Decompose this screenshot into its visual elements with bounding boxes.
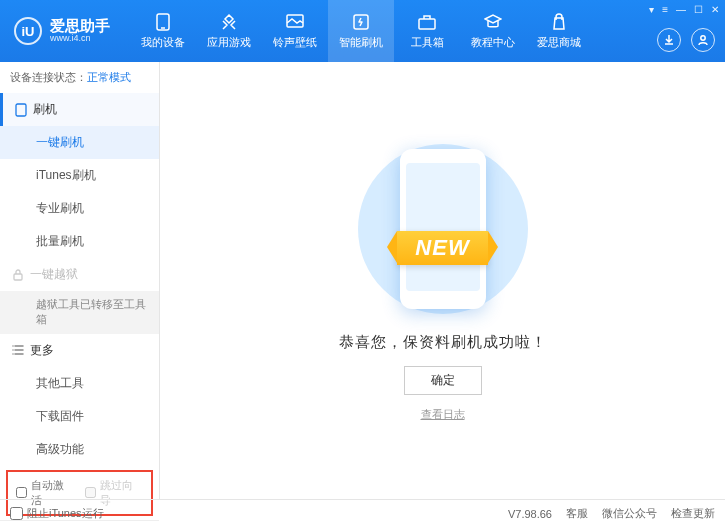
svg-point-5 <box>701 36 705 40</box>
download-button[interactable] <box>657 28 681 52</box>
jailbreak-note: 越狱工具已转移至工具箱 <box>0 291 159 334</box>
sidebar: 设备连接状态：正常模式 刷机 一键刷机 iTunes刷机 专业刷机 批量刷机 一… <box>0 62 160 499</box>
phone-small-icon <box>15 103 27 117</box>
block-itunes-option[interactable]: 阻止iTunes运行 <box>10 506 104 521</box>
window-controls: ▾ ≡ — ☐ ✕ <box>649 4 719 15</box>
footer-link-update[interactable]: 检查更新 <box>671 506 715 521</box>
nav-label: 我的设备 <box>141 35 185 50</box>
nav-ringtones[interactable]: 铃声壁纸 <box>262 0 328 62</box>
toolbox-icon <box>417 13 437 31</box>
skip-guide-checkbox <box>85 487 96 498</box>
menu-icon[interactable]: ▾ <box>649 4 654 15</box>
app-title: 爱思助手 <box>50 18 110 35</box>
success-message: 恭喜您，保资料刷机成功啦！ <box>339 333 547 352</box>
version-label: V7.98.66 <box>508 508 552 520</box>
sidebar-item-pro-flash[interactable]: 专业刷机 <box>0 192 159 225</box>
section-title: 更多 <box>30 342 54 359</box>
lock-icon <box>12 269 24 281</box>
success-illustration: NEW <box>353 139 533 319</box>
nav-tutorials[interactable]: 教程中心 <box>460 0 526 62</box>
nav-label: 应用游戏 <box>207 35 251 50</box>
checkbox-label: 阻止iTunes运行 <box>27 506 104 521</box>
section-jailbreak: 一键越狱 <box>0 258 159 291</box>
new-ribbon: NEW <box>397 231 487 265</box>
footer-link-support[interactable]: 客服 <box>566 506 588 521</box>
main-panel: NEW 恭喜您，保资料刷机成功啦！ 确定 查看日志 <box>160 62 725 499</box>
nav-apps[interactable]: 应用游戏 <box>196 0 262 62</box>
view-log-link[interactable]: 查看日志 <box>421 407 465 422</box>
maximize-icon[interactable]: ☐ <box>694 4 703 15</box>
svg-rect-7 <box>14 274 22 280</box>
phone-illustration-icon <box>400 149 486 309</box>
tutorial-icon <box>483 13 503 31</box>
flash-icon <box>351 13 371 31</box>
section-title: 一键越狱 <box>30 266 78 283</box>
nav-toolbox[interactable]: 工具箱 <box>394 0 460 62</box>
logo-icon: iU <box>14 17 42 45</box>
user-button[interactable] <box>691 28 715 52</box>
svg-rect-6 <box>16 104 26 116</box>
apps-icon <box>219 13 239 31</box>
sidebar-item-download-firmware[interactable]: 下载固件 <box>0 400 159 433</box>
nav-label: 教程中心 <box>471 35 515 50</box>
block-itunes-checkbox[interactable] <box>10 507 23 520</box>
list-icon <box>12 345 24 355</box>
nav-label: 工具箱 <box>411 35 444 50</box>
section-more[interactable]: 更多 <box>0 334 159 367</box>
ok-button[interactable]: 确定 <box>404 366 482 395</box>
nav-my-device[interactable]: 我的设备 <box>130 0 196 62</box>
footer-link-wechat[interactable]: 微信公众号 <box>602 506 657 521</box>
logo-area: iU 爱思助手 www.i4.cn <box>0 17 124 45</box>
main-nav: 我的设备 应用游戏 铃声壁纸 智能刷机 工具箱 教程中心 爱思商城 <box>130 0 592 62</box>
status-label: 设备连接状态： <box>10 71 87 83</box>
sidebar-item-itunes-flash[interactable]: iTunes刷机 <box>0 159 159 192</box>
sidebar-item-batch-flash[interactable]: 批量刷机 <box>0 225 159 258</box>
connection-status: 设备连接状态：正常模式 <box>0 62 159 93</box>
nav-label: 智能刷机 <box>339 35 383 50</box>
close-icon[interactable]: ✕ <box>711 4 719 15</box>
status-value: 正常模式 <box>87 71 131 83</box>
title-bar: iU 爱思助手 www.i4.cn 我的设备 应用游戏 铃声壁纸 智能刷机 工具… <box>0 0 725 62</box>
store-icon <box>549 13 569 31</box>
sidebar-item-other-tools[interactable]: 其他工具 <box>0 367 159 400</box>
sidebar-item-oneclick-flash[interactable]: 一键刷机 <box>0 126 159 159</box>
section-title: 刷机 <box>33 101 57 118</box>
sidebar-item-advanced[interactable]: 高级功能 <box>0 433 159 466</box>
svg-rect-4 <box>419 19 435 29</box>
nav-store[interactable]: 爱思商城 <box>526 0 592 62</box>
app-subtitle: www.i4.cn <box>50 34 110 44</box>
nav-label: 铃声壁纸 <box>273 35 317 50</box>
auto-activate-checkbox[interactable] <box>16 487 27 498</box>
options-icon[interactable]: ≡ <box>662 4 668 15</box>
phone-icon <box>153 13 173 31</box>
nav-label: 爱思商城 <box>537 35 581 50</box>
wallpaper-icon <box>285 13 305 31</box>
status-bar: 阻止iTunes运行 V7.98.66 客服 微信公众号 检查更新 <box>0 499 725 527</box>
section-flash[interactable]: 刷机 <box>0 93 159 126</box>
nav-flash[interactable]: 智能刷机 <box>328 0 394 62</box>
minimize-icon[interactable]: — <box>676 4 686 15</box>
